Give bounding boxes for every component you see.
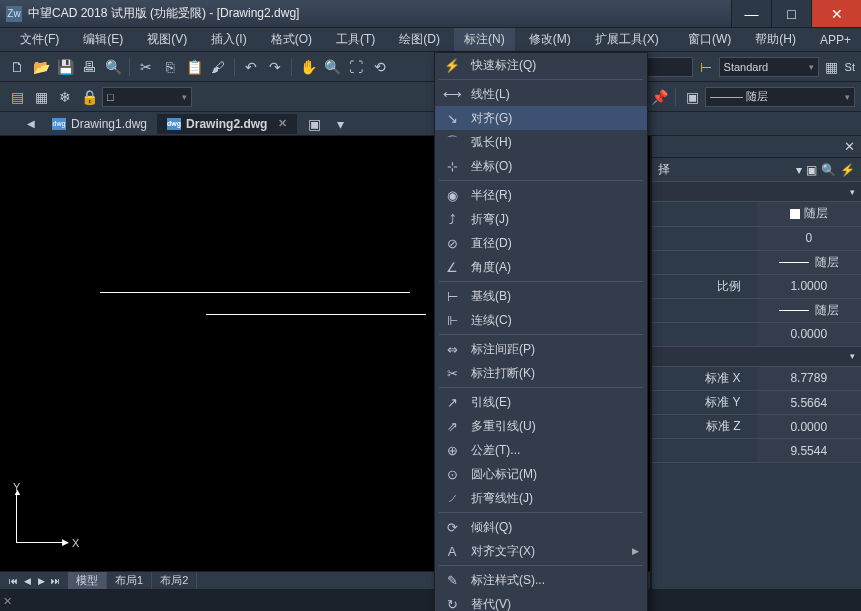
selection-label: 择 <box>658 161 792 178</box>
prop-thickness[interactable]: 0.0000 <box>757 322 862 346</box>
zoom-icon[interactable]: 🔍 <box>321 56 343 78</box>
menu-item[interactable]: ⇔标注间距(P) <box>435 337 647 361</box>
menu-item-icon: ✂ <box>443 366 461 381</box>
close-tab-icon[interactable]: ✕ <box>278 117 287 130</box>
selection-row[interactable]: 择 ▾ ▣ 🔍 ⚡ <box>652 158 861 182</box>
prop-ltscale[interactable]: 1.0000 <box>757 274 862 298</box>
menu-item[interactable]: ↻替代(V) <box>435 592 647 611</box>
zoom-prev-icon[interactable]: ⟲ <box>369 56 391 78</box>
zoom-window-icon[interactable]: ⛶ <box>345 56 367 78</box>
maximize-button[interactable]: □ <box>771 0 811 27</box>
redo-icon[interactable]: ↷ <box>264 56 286 78</box>
layout-nav[interactable]: ⏮◀▶⏭ <box>6 576 62 586</box>
menu-item[interactable]: ∠角度(A) <box>435 255 647 279</box>
menu-item[interactable]: ✎标注样式(S)... <box>435 568 647 592</box>
prop-pin-icon[interactable]: 📌 <box>648 86 670 108</box>
menu-item[interactable]: ⊹坐标(O) <box>435 154 647 178</box>
menu-view[interactable]: 视图(V) <box>137 28 197 51</box>
minimize-button[interactable]: — <box>731 0 771 27</box>
prop-y[interactable]: 5.5664 <box>757 391 862 415</box>
menu-format[interactable]: 格式(O) <box>261 28 322 51</box>
menu-tools[interactable]: 工具(T) <box>326 28 385 51</box>
new-icon[interactable]: 🗋 <box>6 56 28 78</box>
menu-app[interactable]: APP+ <box>810 30 861 50</box>
menu-dimension[interactable]: 标注(N) <box>454 28 515 51</box>
save-icon[interactable]: 💾 <box>54 56 76 78</box>
menu-modify[interactable]: 修改(M) <box>519 28 581 51</box>
prop-z[interactable]: 0.0000 <box>757 415 862 439</box>
preview-icon[interactable]: 🔍 <box>102 56 124 78</box>
prop-key <box>652 250 757 274</box>
tab-new-icon[interactable]: ▣ <box>303 113 325 135</box>
tab-model[interactable]: 模型 <box>68 572 107 589</box>
properties-table-1: ■ 随层随层 0 随层 比例1.0000 随层 0.0000 <box>652 202 861 347</box>
group-header-geometry[interactable] <box>652 347 861 367</box>
menu-edit[interactable]: 编辑(E) <box>73 28 133 51</box>
menu-insert[interactable]: 插入(I) <box>201 28 256 51</box>
menu-draw[interactable]: 绘图(D) <box>389 28 450 51</box>
tab-list-icon[interactable]: ▾ <box>329 113 351 135</box>
dimstyle-combo[interactable]: Standard <box>719 57 819 77</box>
menu-item[interactable]: A对齐文字(X)▶ <box>435 539 647 563</box>
menu-item[interactable]: ⤴折弯(J) <box>435 207 647 231</box>
tab-layout1[interactable]: 布局1 <box>107 572 152 589</box>
menu-file[interactable]: 文件(F) <box>10 28 69 51</box>
select-icon[interactable]: ▣ <box>806 163 817 177</box>
menu-item[interactable]: ⟳倾斜(Q) <box>435 515 647 539</box>
menu-item-icon: ⇔ <box>443 342 461 357</box>
panel-close-icon[interactable]: ✕ <box>844 139 855 154</box>
prop-linetype[interactable]: 随层 <box>757 250 862 274</box>
layer-freeze-icon[interactable]: ❄ <box>54 86 76 108</box>
print-icon[interactable]: 🖶 <box>78 56 100 78</box>
prop-lineweight[interactable]: 随层 <box>757 298 862 322</box>
menu-item[interactable]: ⊢基线(B) <box>435 284 647 308</box>
prop-extra[interactable]: 9.5544 <box>757 439 862 463</box>
menu-item[interactable]: ↘对齐(G) <box>435 106 647 130</box>
flash-icon[interactable]: ⚡ <box>840 163 855 177</box>
doc-tab-2[interactable]: dwg Drawing2.dwg ✕ <box>157 114 297 134</box>
layer-lock-icon[interactable]: 🔒 <box>78 86 100 108</box>
menu-item[interactable]: ⟋折弯线性(J) <box>435 486 647 510</box>
prop-x[interactable]: 8.7789 <box>757 367 862 391</box>
undo-icon[interactable]: ↶ <box>240 56 262 78</box>
cut-icon[interactable]: ✂ <box>135 56 157 78</box>
menu-item[interactable]: ⊩连续(C) <box>435 308 647 332</box>
table-icon[interactable]: ▦ <box>821 56 843 78</box>
menu-item[interactable]: ↗引线(E) <box>435 390 647 414</box>
menu-item[interactable]: ◉半径(R) <box>435 183 647 207</box>
match-icon[interactable]: 🖌 <box>207 56 229 78</box>
pan-icon[interactable]: ✋ <box>297 56 319 78</box>
command-window[interactable]: ✕ 命令: _dimlinear 指定第一条延伸线原点或 <选择对象>: 指定第… <box>0 589 861 611</box>
menu-window[interactable]: 窗口(W) <box>678 28 741 51</box>
copy-icon[interactable]: ⎘ <box>159 56 181 78</box>
block-icon[interactable]: ▣ <box>681 86 703 108</box>
menu-item[interactable]: ⟷线性(L) <box>435 82 647 106</box>
layer-combo[interactable]: □ <box>102 87 192 107</box>
doc-tab-1[interactable]: dwg Drawing1.dwg <box>42 114 157 134</box>
menu-item[interactable]: ⌒弧长(H) <box>435 130 647 154</box>
menu-item[interactable]: ⊘直径(D) <box>435 231 647 255</box>
linetype-combo[interactable]: ——— 随层 <box>705 87 855 107</box>
tab-prev-icon[interactable]: ◀ <box>20 113 42 135</box>
menu-express[interactable]: 扩展工具(X) <box>585 28 669 51</box>
menu-item[interactable]: ⊕公差(T)... <box>435 438 647 462</box>
open-icon[interactable]: 📂 <box>30 56 52 78</box>
prop-layer[interactable]: 0 <box>757 226 862 250</box>
group-header-general[interactable] <box>652 182 861 202</box>
dim-style-icon[interactable]: ⊢ <box>695 56 717 78</box>
menu-item[interactable]: ⊙圆心标记(M) <box>435 462 647 486</box>
paste-icon[interactable]: 📋 <box>183 56 205 78</box>
menu-help[interactable]: 帮助(H) <box>745 28 806 51</box>
cmd-close-icon[interactable]: ✕ <box>3 593 12 609</box>
menu-item-label: 半径(R) <box>471 187 639 204</box>
menu-item[interactable]: ✂标注打断(K) <box>435 361 647 385</box>
prop-color[interactable]: ■ 随层随层 <box>757 202 862 226</box>
close-button[interactable]: ✕ <box>811 0 861 27</box>
menu-item[interactable]: ⇗多重引线(U) <box>435 414 647 438</box>
window-title: 中望CAD 2018 试用版 (功能受限) - [Drawing2.dwg] <box>28 5 731 22</box>
menu-item[interactable]: ⚡快速标注(Q) <box>435 53 647 77</box>
tab-layout2[interactable]: 布局2 <box>152 572 197 589</box>
layer-manager-icon[interactable]: ▤ <box>6 86 28 108</box>
layer-state-icon[interactable]: ▦ <box>30 86 52 108</box>
quick-select-icon[interactable]: 🔍 <box>821 163 836 177</box>
